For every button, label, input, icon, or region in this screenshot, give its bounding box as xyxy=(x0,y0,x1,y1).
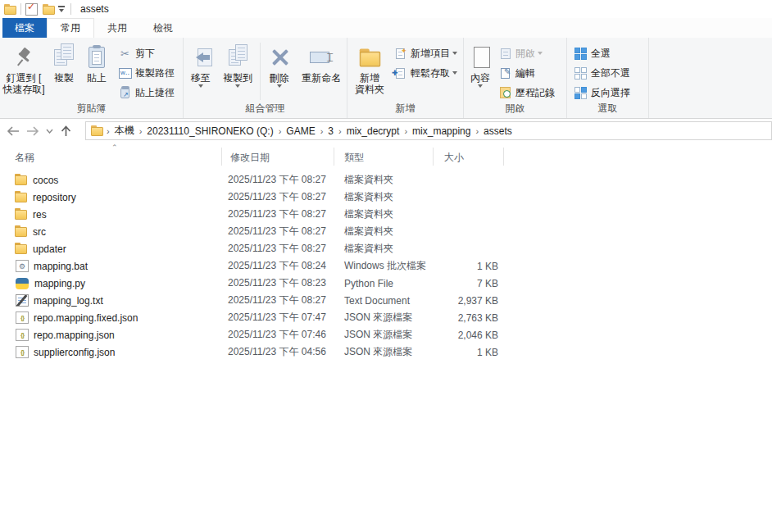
column-separator[interactable] xyxy=(334,148,334,166)
folder-file-icon xyxy=(15,243,28,255)
column-header-type[interactable]: 類型 xyxy=(344,151,364,165)
copy-path-button[interactable]: w‥ 複製路徑 xyxy=(118,63,175,83)
file-size: 1 KB xyxy=(408,257,498,275)
cut-button[interactable]: ✂ 剪下 xyxy=(118,43,175,63)
table-row[interactable]: src 2025/11/23 下午 08:27 檔案資料夾 xyxy=(0,223,772,240)
table-row[interactable]: mapping_log.txt 2025/11/23 下午 08:27 Text… xyxy=(0,292,772,309)
new-item-button[interactable]: ✦ 新增項目 xyxy=(393,43,457,63)
dropdown-arrow-icon xyxy=(452,71,457,75)
dropdown-arrow-icon xyxy=(235,84,240,88)
pin-icon xyxy=(14,43,34,72)
rename-button[interactable]: ⌶ 重新命名 xyxy=(297,41,347,84)
table-row[interactable]: {}supplierconfig.json 2025/11/23 下午 04:5… xyxy=(0,343,772,361)
breadcrumb-item[interactable]: assets xyxy=(480,125,515,137)
recent-locations-dropdown[interactable] xyxy=(43,121,56,141)
column-separator[interactable] xyxy=(221,148,222,166)
breadcrumb-item[interactable]: mix_mapping xyxy=(409,125,474,137)
file-name: mapping.bat xyxy=(34,261,88,272)
breadcrumb-chevron-icon[interactable]: › xyxy=(138,126,144,136)
column-header-date[interactable]: 修改日期 xyxy=(230,151,270,165)
column-separator[interactable] xyxy=(433,148,434,166)
new-folder-button[interactable]: 新增 資料夾 xyxy=(347,41,392,95)
new-item-icon: ✦ xyxy=(393,47,407,60)
table-row[interactable]: {}repo.mapping.fixed.json 2025/11/23 下午 … xyxy=(0,309,772,326)
table-row[interactable]: updater 2025/11/23 下午 08:27 檔案資料夾 xyxy=(0,240,772,257)
table-row[interactable]: repository 2025/11/23 下午 08:27 檔案資料夾 xyxy=(0,189,772,206)
file-date-modified: 2025/11/23 下午 08:27 xyxy=(228,240,326,257)
history-button[interactable]: 歷程記錄 xyxy=(498,83,555,102)
up-button[interactable] xyxy=(56,121,75,141)
column-separator[interactable] xyxy=(503,148,504,166)
folder-file-icon xyxy=(15,225,28,238)
breadcrumb-item[interactable]: 20231110_SHIRONEKO (Q:) xyxy=(143,125,276,137)
copy-button[interactable]: 複製 xyxy=(48,41,80,84)
table-row[interactable]: ⚙mapping.bat 2025/11/23 下午 08:24 Windows… xyxy=(0,257,772,275)
select-all-button[interactable]: 全選 xyxy=(574,43,630,63)
file-name: repository xyxy=(33,192,76,203)
file-type: Text Document xyxy=(344,292,410,309)
folder-file-icon xyxy=(15,191,28,203)
breadcrumb-chevron-icon[interactable]: › xyxy=(402,126,409,136)
ribbon-group-open: ✓ 內容 開啟 ✎ 編輯 歷程記錄 開啟 xyxy=(464,38,567,118)
ribbon-group-new: 新增 資料夾 ✦ 新增項目 ✚ 輕鬆存取 新增 xyxy=(347,38,464,118)
ribbon-tab-strip: 檔案 常用 共用 檢視 xyxy=(0,18,772,38)
tab-view[interactable]: 檢視 xyxy=(140,18,186,38)
dropdown-arrow-icon xyxy=(538,52,543,55)
select-none-icon xyxy=(574,66,588,80)
file-size: 2,763 KB xyxy=(408,309,498,326)
file-size xyxy=(408,240,498,257)
file-date-modified: 2025/11/23 下午 08:23 xyxy=(228,275,326,292)
easy-access-button[interactable]: ✚ 輕鬆存取 xyxy=(393,63,457,83)
invert-selection-icon xyxy=(574,86,588,99)
select-none-button[interactable]: 全部不選 xyxy=(574,63,630,83)
breadcrumb-chevron-icon[interactable]: › xyxy=(105,126,111,136)
paste-button[interactable]: 貼上 xyxy=(80,41,113,84)
group-label-clipboard: 剪貼簿 xyxy=(0,102,183,116)
forward-button[interactable] xyxy=(23,121,43,141)
paste-icon xyxy=(89,43,105,72)
breadcrumb-chevron-icon[interactable]: › xyxy=(474,126,480,136)
paste-shortcut-button[interactable]: ↗ 貼上捷徑 xyxy=(118,83,175,102)
app-window-icon xyxy=(4,4,16,15)
properties-button[interactable]: ✓ 內容 xyxy=(464,41,497,88)
open-button[interactable]: 開啟 xyxy=(498,43,555,63)
select-all-icon xyxy=(574,47,588,60)
address-bar[interactable]: ›本機›20231110_SHIRONEKO (Q:)›GAME›3›mix_d… xyxy=(85,121,772,140)
breadcrumb-chevron-icon[interactable]: › xyxy=(337,126,343,136)
tab-share[interactable]: 共用 xyxy=(94,18,140,38)
column-header-name[interactable]: 名稱 xyxy=(15,151,34,165)
file-size xyxy=(408,189,498,206)
file-name: src xyxy=(33,226,46,238)
pin-to-quick-access-button[interactable]: 釘選到 [ 快速存取] xyxy=(0,41,48,95)
file-menu-button[interactable]: 檔案 xyxy=(2,18,47,38)
file-size: 1 KB xyxy=(408,343,498,361)
qat-properties-icon[interactable] xyxy=(25,3,38,16)
table-row[interactable]: {}repo.mapping.json 2025/11/23 下午 07:46 … xyxy=(0,326,772,343)
breadcrumb-item[interactable]: GAME xyxy=(283,125,318,137)
table-row[interactable]: res 2025/11/23 下午 08:27 檔案資料夾 xyxy=(0,206,772,223)
copy-to-button[interactable]: 複製到 xyxy=(218,41,259,88)
qat-new-folder-icon[interactable] xyxy=(43,4,55,15)
delete-button[interactable]: 刪除 xyxy=(262,41,297,88)
invert-selection-button[interactable]: 反向選擇 xyxy=(574,83,630,102)
py-file-icon xyxy=(16,278,29,289)
group-inner-separator xyxy=(260,43,261,100)
dropdown-arrow-icon xyxy=(478,84,483,88)
qat-customize-dropdown-icon[interactable] xyxy=(57,5,66,13)
tab-home[interactable]: 常用 xyxy=(47,18,94,38)
breadcrumb-chevron-icon[interactable]: › xyxy=(277,126,284,136)
edit-button[interactable]: ✎ 編輯 xyxy=(498,63,555,83)
table-row[interactable]: cocos 2025/11/23 下午 08:27 檔案資料夾 xyxy=(0,171,772,189)
file-size xyxy=(408,206,498,223)
move-to-button[interactable]: 移至 xyxy=(184,41,218,88)
back-button[interactable] xyxy=(3,121,23,141)
breadcrumb-chevron-icon[interactable]: › xyxy=(319,126,325,136)
table-row[interactable]: mapping.py 2025/11/23 下午 08:23 Python Fi… xyxy=(0,275,772,292)
group-label-open: 開啟 xyxy=(464,102,566,116)
breadcrumb-item[interactable]: mix_decrypt xyxy=(343,125,403,137)
breadcrumb-item[interactable]: 本機 xyxy=(111,124,138,138)
easy-access-icon: ✚ xyxy=(393,66,407,80)
group-label-select: 選取 xyxy=(567,102,648,116)
breadcrumb-item[interactable]: 3 xyxy=(325,125,337,137)
column-header-size[interactable]: 大小 xyxy=(444,151,464,165)
